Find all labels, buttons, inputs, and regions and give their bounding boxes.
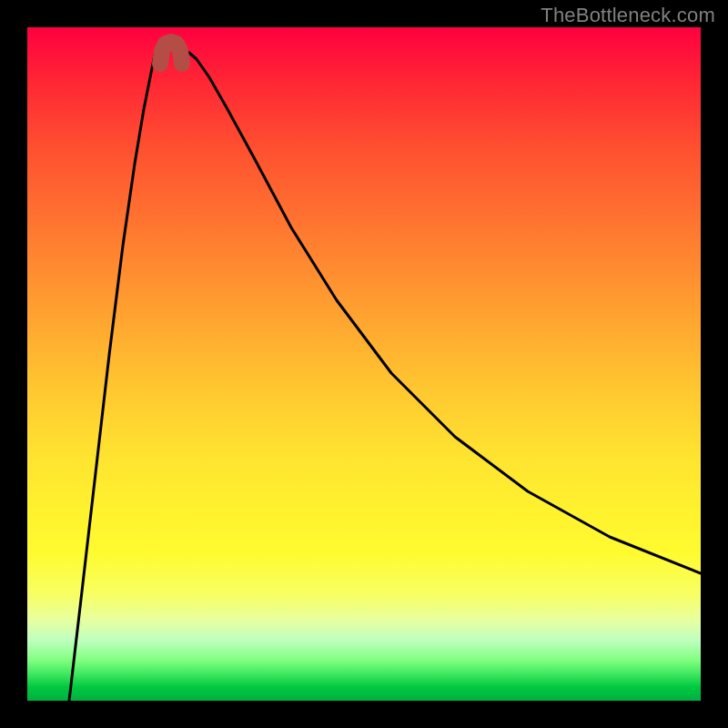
chart-svg (27, 27, 701, 701)
watermark-text: TheBottleneck.com (541, 4, 715, 27)
series-dip-marker (160, 42, 182, 64)
series-right-branch (180, 51, 701, 573)
chart-frame: TheBottleneck.com (0, 0, 728, 728)
chart-plot-area (27, 27, 701, 701)
series-left-branch (69, 50, 164, 701)
